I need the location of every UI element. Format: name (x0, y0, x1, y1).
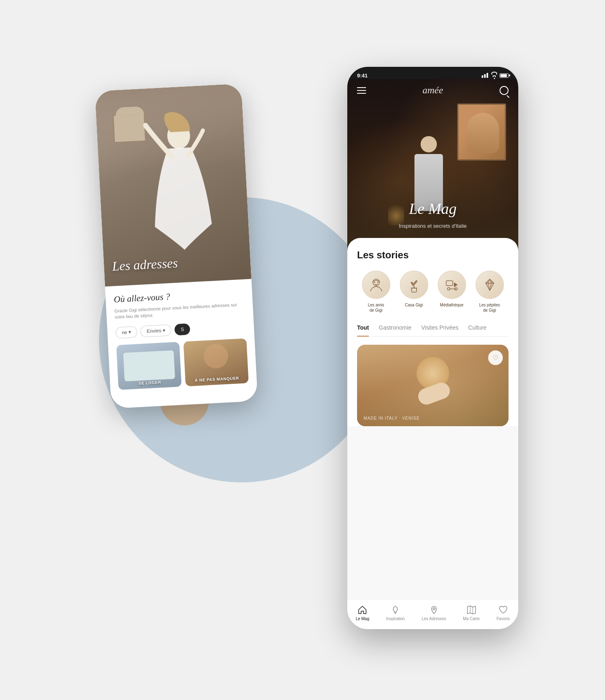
cards-row: SE LOGER À NE PAS MANQUER (116, 338, 249, 390)
tab-gastronomie[interactable]: Gastronomie (379, 324, 411, 336)
stories-title: Les stories (357, 249, 509, 261)
story-label-3: Médiathèque (440, 302, 464, 308)
search-icon[interactable] (500, 86, 509, 95)
filter-row: ne ▾ Envies ▾ S (115, 320, 246, 339)
story-circle-1 (362, 271, 390, 299)
nav-label-favoris: Favoris (497, 616, 510, 621)
tab-tout[interactable]: Tout (357, 324, 369, 337)
svg-point-3 (377, 282, 378, 283)
chevron-down-icon: ▾ (129, 329, 132, 335)
signal-icon (482, 73, 488, 78)
food-shape (203, 343, 228, 369)
scene: Les adresses Où allez-vous ? Grazie Gigi… (79, 34, 526, 666)
filter-zone[interactable]: ne ▾ (115, 326, 138, 339)
home-icon (357, 605, 367, 615)
filter-envies-label: Envies (147, 328, 162, 334)
svg-rect-5 (446, 281, 453, 286)
pin-icon (429, 605, 439, 615)
nav-item-mag[interactable]: Le Mag (356, 605, 369, 621)
story-item-3[interactable]: Médiathèque (436, 271, 468, 313)
nav-item-adresses[interactable]: Les Adresses (422, 605, 446, 621)
card-ne-pas-manquer[interactable]: À NE PAS MANQUER (183, 338, 249, 386)
svg-rect-4 (412, 288, 416, 292)
building-shape (123, 350, 175, 381)
svg-point-2 (374, 282, 375, 283)
nav-item-carte[interactable]: Ma Carte (463, 605, 480, 621)
svg-marker-19 (467, 606, 476, 614)
back-hero: Les adresses (95, 84, 252, 286)
heart-button[interactable]: ♡ (488, 350, 503, 365)
story-item-1[interactable]: Les amisde Gigi (360, 271, 392, 313)
story-circle-4 (476, 271, 504, 299)
story-label-4: Les pépitesde Gigi (479, 302, 500, 313)
story-circle-2 (400, 271, 428, 299)
back-bottom: Où allez-vous ? Grazie Gigi sélectionne … (105, 279, 257, 398)
story-circle-3 (438, 271, 466, 299)
card2-label: À NE PAS MANQUER (185, 375, 248, 383)
phone-back: Les adresses Où allez-vous ? Grazie Gigi… (95, 84, 258, 409)
hero-main-title: Le Mag (347, 200, 518, 218)
story-label-2: Casa Gigi (405, 302, 423, 308)
svg-marker-6 (454, 282, 458, 287)
wall-art (457, 103, 506, 161)
hero-subtitle: Inspirations et secrets d'Italie (347, 223, 518, 229)
tab-culture[interactable]: Culture (468, 324, 487, 336)
white-card: Les stories Les am (347, 238, 518, 426)
phone-front: 9:41 (347, 67, 518, 629)
story-label-1: Les amisde Gigi (368, 302, 384, 313)
search-label: S (181, 326, 184, 332)
nav-label-inspiration: Inspiration (386, 616, 405, 621)
svg-point-7 (447, 288, 450, 290)
chevron-down-icon-2: ▾ (163, 327, 166, 333)
card-se-loger[interactable]: SE LOGER (116, 342, 182, 390)
bottom-nav: Le Mag Inspiration (347, 599, 518, 629)
filter-search-btn[interactable]: S (174, 323, 190, 335)
nav-label-mag: Le Mag (356, 616, 369, 621)
nav-item-inspiration[interactable]: Inspiration (386, 605, 405, 621)
where-subtitle: Grazie Gigi sélectionne pour vous les me… (114, 301, 245, 320)
map-icon (467, 605, 476, 615)
hero-logo: amée (423, 85, 443, 96)
stories-row: Les amisde Gigi Casa Gig (357, 271, 509, 313)
status-bar: 9:41 (347, 67, 518, 79)
article-label: MADE IN ITALY · VENISE (364, 416, 509, 420)
bulb-icon (390, 605, 400, 615)
nav-item-favoris[interactable]: Favoris (497, 605, 510, 621)
battery-icon (500, 73, 509, 78)
heart-nav-icon (498, 605, 508, 615)
nav-label-adresses: Les Adresses (422, 616, 446, 621)
filter-envies[interactable]: Envies ▾ (140, 324, 171, 337)
hero-nav: amée (347, 79, 518, 101)
svg-point-18 (433, 608, 435, 610)
phone-hero: amée Le Mag Inspirations et secrets d'It… (347, 79, 518, 250)
tabs-row: Tout Gastronomie Visites Privées Culture (357, 324, 509, 337)
filter-zone-label: ne (122, 329, 127, 335)
tab-visites[interactable]: Visites Privées (421, 324, 458, 336)
article-portrait (357, 345, 509, 426)
svg-marker-9 (486, 279, 494, 291)
story-item-4[interactable]: Les pépitesde Gigi (473, 271, 506, 313)
story-item-2[interactable]: Casa Gigi (398, 271, 430, 313)
article-card[interactable]: ♡ MADE IN ITALY · VENISE (357, 345, 509, 426)
hamburger-icon[interactable] (357, 87, 366, 94)
nav-label-carte: Ma Carte (463, 616, 480, 621)
status-time: 9:41 (357, 73, 368, 79)
wifi-icon (491, 72, 497, 79)
status-icons (482, 72, 509, 79)
